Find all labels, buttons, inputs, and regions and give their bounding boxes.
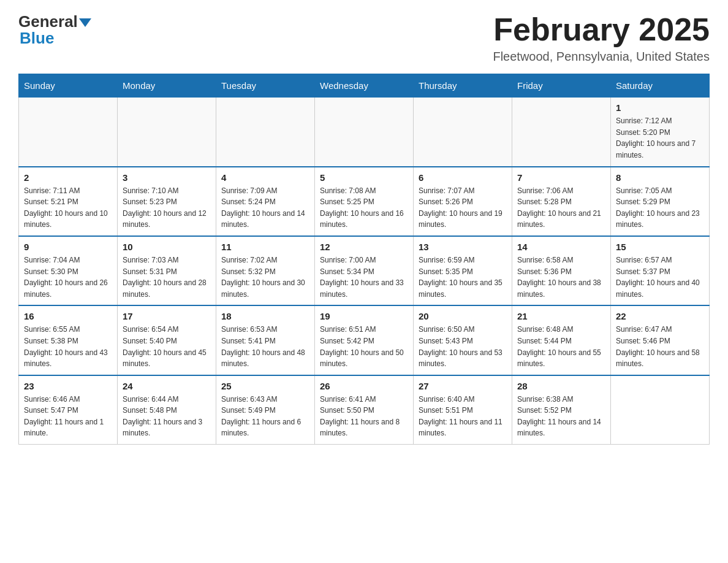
calendar-cell: 16Sunrise: 6:55 AMSunset: 5:38 PMDayligh… [19, 305, 118, 375]
calendar-cell: 4Sunrise: 7:09 AMSunset: 5:24 PMDaylight… [216, 167, 315, 236]
column-header-wednesday: Wednesday [315, 74, 414, 98]
day-number: 6 [419, 172, 507, 183]
day-number: 5 [320, 172, 408, 183]
calendar-cell: 2Sunrise: 7:11 AMSunset: 5:21 PMDaylight… [19, 167, 118, 236]
calendar-cell: 3Sunrise: 7:10 AMSunset: 5:23 PMDaylight… [118, 167, 216, 236]
column-header-sunday: Sunday [19, 74, 118, 98]
day-info: Sunrise: 6:43 AMSunset: 5:49 PMDaylight:… [221, 394, 309, 439]
calendar-cell: 5Sunrise: 7:08 AMSunset: 5:25 PMDaylight… [315, 167, 414, 236]
day-number: 13 [419, 242, 507, 252]
calendar-cell: 17Sunrise: 6:54 AMSunset: 5:40 PMDayligh… [118, 305, 216, 375]
calendar-cell: 25Sunrise: 6:43 AMSunset: 5:49 PMDayligh… [216, 375, 315, 445]
day-info: Sunrise: 6:57 AMSunset: 5:37 PMDaylight:… [616, 255, 704, 300]
day-info: Sunrise: 7:06 AMSunset: 5:28 PMDaylight:… [517, 185, 605, 231]
day-info: Sunrise: 6:51 AMSunset: 5:42 PMDaylight:… [320, 324, 408, 369]
day-info: Sunrise: 6:47 AMSunset: 5:46 PMDaylight:… [616, 324, 704, 369]
calendar-cell: 1Sunrise: 7:12 AMSunset: 5:20 PMDaylight… [611, 98, 710, 167]
calendar-cell: 24Sunrise: 6:44 AMSunset: 5:48 PMDayligh… [118, 375, 216, 445]
calendar-cell: 7Sunrise: 7:06 AMSunset: 5:28 PMDaylight… [512, 167, 611, 236]
calendar-week-row: 2Sunrise: 7:11 AMSunset: 5:21 PMDaylight… [19, 167, 710, 236]
day-number: 8 [616, 172, 704, 183]
calendar-cell: 23Sunrise: 6:46 AMSunset: 5:47 PMDayligh… [19, 375, 118, 445]
day-number: 9 [24, 242, 112, 252]
day-number: 23 [24, 381, 112, 391]
day-info: Sunrise: 6:58 AMSunset: 5:36 PMDaylight:… [517, 255, 605, 300]
calendar-cell [19, 98, 118, 167]
day-number: 14 [517, 242, 605, 252]
day-number: 4 [221, 172, 309, 183]
calendar-week-row: 23Sunrise: 6:46 AMSunset: 5:47 PMDayligh… [19, 375, 710, 445]
column-header-saturday: Saturday [611, 74, 710, 98]
day-info: Sunrise: 6:46 AMSunset: 5:47 PMDaylight:… [24, 394, 112, 439]
logo-blue-text: Blue [18, 29, 54, 48]
calendar-cell [118, 98, 216, 167]
day-number: 20 [419, 311, 507, 321]
day-number: 12 [320, 242, 408, 252]
day-info: Sunrise: 7:09 AMSunset: 5:24 PMDaylight:… [221, 185, 309, 231]
month-title: February 2025 [493, 12, 710, 47]
title-block: February 2025 Fleetwood, Pennsylvania, U… [493, 12, 710, 64]
day-info: Sunrise: 6:54 AMSunset: 5:40 PMDaylight:… [123, 324, 211, 369]
day-info: Sunrise: 7:11 AMSunset: 5:21 PMDaylight:… [24, 185, 112, 231]
day-info: Sunrise: 7:12 AMSunset: 5:20 PMDaylight:… [616, 115, 704, 161]
day-number: 19 [320, 311, 408, 321]
day-number: 17 [123, 311, 211, 321]
day-number: 21 [517, 311, 605, 321]
calendar-cell: 22Sunrise: 6:47 AMSunset: 5:46 PMDayligh… [611, 305, 710, 375]
day-info: Sunrise: 6:55 AMSunset: 5:38 PMDaylight:… [24, 324, 112, 369]
calendar-cell: 18Sunrise: 6:53 AMSunset: 5:41 PMDayligh… [216, 305, 315, 375]
day-number: 27 [419, 381, 507, 391]
column-header-friday: Friday [512, 74, 611, 98]
calendar-cell: 26Sunrise: 6:41 AMSunset: 5:50 PMDayligh… [315, 375, 414, 445]
calendar-cell: 6Sunrise: 7:07 AMSunset: 5:26 PMDaylight… [414, 167, 512, 236]
logo-arrow-icon [79, 18, 91, 27]
calendar-cell: 13Sunrise: 6:59 AMSunset: 5:35 PMDayligh… [414, 236, 512, 305]
calendar-cell: 14Sunrise: 6:58 AMSunset: 5:36 PMDayligh… [512, 236, 611, 305]
day-info: Sunrise: 6:48 AMSunset: 5:44 PMDaylight:… [517, 324, 605, 369]
day-number: 28 [517, 381, 605, 391]
calendar-cell: 20Sunrise: 6:50 AMSunset: 5:43 PMDayligh… [414, 305, 512, 375]
day-info: Sunrise: 7:02 AMSunset: 5:32 PMDaylight:… [221, 255, 309, 300]
day-info: Sunrise: 7:05 AMSunset: 5:29 PMDaylight:… [616, 185, 704, 231]
location-subtitle: Fleetwood, Pennsylvania, United States [493, 50, 710, 64]
calendar-cell: 8Sunrise: 7:05 AMSunset: 5:29 PMDaylight… [611, 167, 710, 236]
calendar-cell: 9Sunrise: 7:04 AMSunset: 5:30 PMDaylight… [19, 236, 118, 305]
calendar-week-row: 1Sunrise: 7:12 AMSunset: 5:20 PMDaylight… [19, 98, 710, 167]
day-number: 7 [517, 172, 605, 183]
calendar-cell [414, 98, 512, 167]
day-info: Sunrise: 7:10 AMSunset: 5:23 PMDaylight:… [123, 185, 211, 231]
day-number: 3 [123, 172, 211, 183]
calendar-cell: 19Sunrise: 6:51 AMSunset: 5:42 PMDayligh… [315, 305, 414, 375]
day-number: 18 [221, 311, 309, 321]
page-header: General Blue February 2025 Fleetwood, Pe… [18, 12, 710, 64]
calendar-header-row: SundayMondayTuesdayWednesdayThursdayFrid… [19, 74, 710, 98]
calendar-cell: 10Sunrise: 7:03 AMSunset: 5:31 PMDayligh… [118, 236, 216, 305]
calendar-table: SundayMondayTuesdayWednesdayThursdayFrid… [18, 74, 710, 445]
calendar-cell [315, 98, 414, 167]
day-info: Sunrise: 6:59 AMSunset: 5:35 PMDaylight:… [419, 255, 507, 300]
column-header-thursday: Thursday [414, 74, 512, 98]
day-number: 1 [616, 102, 704, 113]
day-info: Sunrise: 6:38 AMSunset: 5:52 PMDaylight:… [517, 394, 605, 439]
calendar-cell: 28Sunrise: 6:38 AMSunset: 5:52 PMDayligh… [512, 375, 611, 445]
day-number: 15 [616, 242, 704, 252]
day-info: Sunrise: 7:07 AMSunset: 5:26 PMDaylight:… [419, 185, 507, 231]
day-number: 25 [221, 381, 309, 391]
day-number: 24 [123, 381, 211, 391]
day-info: Sunrise: 6:53 AMSunset: 5:41 PMDaylight:… [221, 324, 309, 369]
calendar-week-row: 9Sunrise: 7:04 AMSunset: 5:30 PMDaylight… [19, 236, 710, 305]
day-info: Sunrise: 6:40 AMSunset: 5:51 PMDaylight:… [419, 394, 507, 439]
day-info: Sunrise: 6:44 AMSunset: 5:48 PMDaylight:… [123, 394, 211, 439]
column-header-tuesday: Tuesday [216, 74, 315, 98]
logo: General Blue [18, 12, 91, 48]
calendar-cell [512, 98, 611, 167]
day-number: 2 [24, 172, 112, 183]
calendar-cell: 21Sunrise: 6:48 AMSunset: 5:44 PMDayligh… [512, 305, 611, 375]
day-number: 26 [320, 381, 408, 391]
calendar-cell [611, 375, 710, 445]
calendar-cell: 11Sunrise: 7:02 AMSunset: 5:32 PMDayligh… [216, 236, 315, 305]
column-header-monday: Monday [118, 74, 216, 98]
day-number: 11 [221, 242, 309, 252]
calendar-cell: 15Sunrise: 6:57 AMSunset: 5:37 PMDayligh… [611, 236, 710, 305]
day-info: Sunrise: 7:03 AMSunset: 5:31 PMDaylight:… [123, 255, 211, 300]
